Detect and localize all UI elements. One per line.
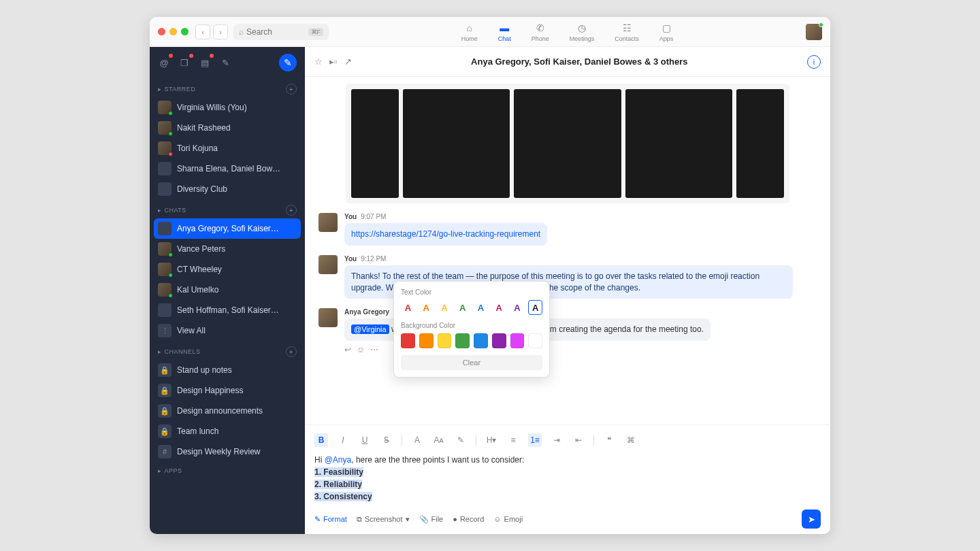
bookmarks-icon[interactable]: ❐ xyxy=(178,56,191,69)
messages-pane[interactable]: You9:07 PM https://sharestage/1274/go-li… xyxy=(305,77,830,424)
section-apps-header[interactable]: ▸ Apps xyxy=(150,462,305,477)
sidebar-item-channel-0[interactable]: 🔒Stand up notes xyxy=(150,360,305,380)
italic-button[interactable]: I xyxy=(336,433,350,447)
video-icon[interactable]: ▸▫ xyxy=(329,56,338,67)
drafts-icon[interactable]: ✎ xyxy=(219,56,231,69)
lock-icon: 🔒 xyxy=(158,424,172,438)
text-color-swatch[interactable]: A xyxy=(528,300,542,315)
app-window: ‹ › ⌕ ⌘F ⌂Home ▬Chat ✆Phone ◷Meetings ☷C… xyxy=(150,17,830,534)
bg-color-swatch[interactable] xyxy=(492,333,506,348)
section-starred-header[interactable]: ▸ Starred+ xyxy=(150,78,305,97)
emoji-button[interactable]: ☺ Emoji xyxy=(493,515,523,523)
add-starred-button[interactable]: + xyxy=(286,84,297,95)
sidebar-item-channel-2[interactable]: 🔒Design announcements xyxy=(150,401,305,421)
section-channels-header[interactable]: ▸ Channels+ xyxy=(150,341,305,360)
quote-button[interactable]: ❝ xyxy=(602,433,616,447)
indent-button[interactable]: ⇥ xyxy=(550,433,564,447)
section-chats-header[interactable]: ▸ Chats+ xyxy=(150,199,305,218)
sidebar-item-starred-2[interactable]: Tori Kojuna xyxy=(150,138,305,158)
format-toggle[interactable]: ✎ Format xyxy=(314,515,347,524)
message-avatar[interactable] xyxy=(318,308,338,327)
text-color-swatch[interactable]: A xyxy=(492,300,506,315)
nav-home[interactable]: ⌂Home xyxy=(461,22,478,42)
clear-format-button[interactable]: ✎ xyxy=(454,433,468,447)
sidebar-item-starred-1[interactable]: Nakit Rasheed xyxy=(150,118,305,138)
search-box[interactable]: ⌕ ⌘F xyxy=(233,24,329,40)
sidebar-item-starred-0[interactable]: Virginia Willis (You) xyxy=(150,97,305,118)
sidebar-item-channel-3[interactable]: 🔒Team lunch xyxy=(150,421,305,441)
section-title: Channels xyxy=(165,348,201,355)
add-channel-button[interactable]: + xyxy=(286,346,297,357)
react-icon[interactable]: ☺ xyxy=(357,345,365,354)
close-window-icon[interactable] xyxy=(158,28,165,35)
numbered-list-button[interactable]: 1≡ xyxy=(528,433,542,447)
text-color-swatch[interactable]: A xyxy=(419,300,434,315)
message-link[interactable]: https://sharestage/1274/go-live-tracking… xyxy=(351,229,540,239)
mentions-icon[interactable]: @ xyxy=(158,56,170,69)
add-chat-button[interactable]: + xyxy=(286,205,297,216)
message-avatar[interactable] xyxy=(318,255,338,274)
sidebar-item-channel-1[interactable]: 🔒Design Happiness xyxy=(150,380,305,401)
bold-button[interactable]: B xyxy=(314,433,328,447)
text-color-swatch[interactable]: A xyxy=(455,300,470,315)
minimize-window-icon[interactable] xyxy=(169,28,177,35)
send-button[interactable]: ➤ xyxy=(802,510,821,529)
sidebar-item-view-all[interactable]: ⋮View All xyxy=(150,320,305,341)
sidebar-item-starred-3[interactable]: Sharna Elena, Daniel Bow… xyxy=(150,158,305,179)
text-color-swatch[interactable]: A xyxy=(401,300,415,315)
compose-mention[interactable]: @Anya xyxy=(325,455,352,465)
star-icon[interactable]: ☆ xyxy=(314,56,323,67)
nav-phone[interactable]: ✆Phone xyxy=(532,22,549,42)
record-button[interactable]: ● Record xyxy=(453,515,484,523)
message-avatar[interactable] xyxy=(318,213,338,232)
more-icon[interactable]: ⋯ xyxy=(370,345,378,354)
bullet-list-button[interactable]: ≡ xyxy=(506,433,520,447)
sidebar-item-chat-1[interactable]: Vance Peters xyxy=(150,239,305,259)
mention[interactable]: @Virginia xyxy=(351,324,389,334)
maximize-window-icon[interactable] xyxy=(181,28,189,35)
reply-icon[interactable]: ↩ xyxy=(344,345,351,354)
new-window-icon[interactable]: ↗ xyxy=(344,56,352,67)
bg-color-swatch[interactable] xyxy=(438,333,452,348)
bg-color-swatch[interactable] xyxy=(528,333,542,348)
clear-color-button[interactable]: Clear xyxy=(401,355,542,370)
nav-contacts[interactable]: ☷Contacts xyxy=(615,22,639,42)
bg-color-swatch[interactable] xyxy=(401,333,415,348)
strike-button[interactable]: S̶ xyxy=(380,433,393,447)
underline-button[interactable]: U xyxy=(358,433,372,447)
text-color-button[interactable]: A xyxy=(410,433,424,447)
section-title: Apps xyxy=(165,467,182,474)
info-icon[interactable]: i xyxy=(807,55,821,69)
text-color-swatch[interactable]: A xyxy=(474,300,488,315)
bg-color-swatch[interactable] xyxy=(419,333,434,348)
font-size-button[interactable]: Aᴀ xyxy=(432,433,446,447)
sidebar-item-chat-3[interactable]: Kal Umelko xyxy=(150,280,305,300)
bg-color-swatch[interactable] xyxy=(455,333,470,348)
sidebar-item-chat-4[interactable]: Seth Hoffman, Sofi Kaiser… xyxy=(150,300,305,320)
outdent-button[interactable]: ⇤ xyxy=(572,433,585,447)
text-color-swatch[interactable]: A xyxy=(438,300,452,315)
sidebar-item-chat-0[interactable]: Anya Gregory, Sofi Kaiser… xyxy=(154,218,301,239)
search-input[interactable] xyxy=(246,27,308,37)
composer-input[interactable]: Hi @Anya, here are the three points I wa… xyxy=(314,452,821,504)
sidebar-item-channel-4[interactable]: #Design Weekly Review xyxy=(150,441,305,462)
compose-list-item: 2. Reliability xyxy=(314,480,362,489)
profile-avatar[interactable] xyxy=(806,24,822,40)
nav-apps[interactable]: ▢Apps xyxy=(659,22,674,42)
nav-meetings[interactable]: ◷Meetings xyxy=(570,22,595,42)
sidebar-item-starred-4[interactable]: Diversity Club xyxy=(150,179,305,199)
forward-button[interactable]: › xyxy=(213,24,228,39)
bg-color-swatch[interactable] xyxy=(510,333,525,348)
text-color-swatch[interactable]: A xyxy=(510,300,525,315)
compose-button[interactable]: ✎ xyxy=(279,54,297,71)
sidebar-item-chat-2[interactable]: CT Wheeley xyxy=(150,259,305,280)
file-button[interactable]: 📎 File xyxy=(419,515,444,524)
nav-chat[interactable]: ▬Chat xyxy=(498,22,511,42)
back-button[interactable]: ‹ xyxy=(195,24,210,39)
link-button[interactable]: ⌘ xyxy=(624,433,638,447)
screenshot-button[interactable]: ⧉ Screenshot ▾ xyxy=(357,515,410,524)
files-icon[interactable]: ▤ xyxy=(199,56,211,69)
bg-color-swatch[interactable] xyxy=(474,333,488,348)
attachment-preview[interactable] xyxy=(346,84,789,203)
heading-button[interactable]: H▾ xyxy=(485,433,498,447)
